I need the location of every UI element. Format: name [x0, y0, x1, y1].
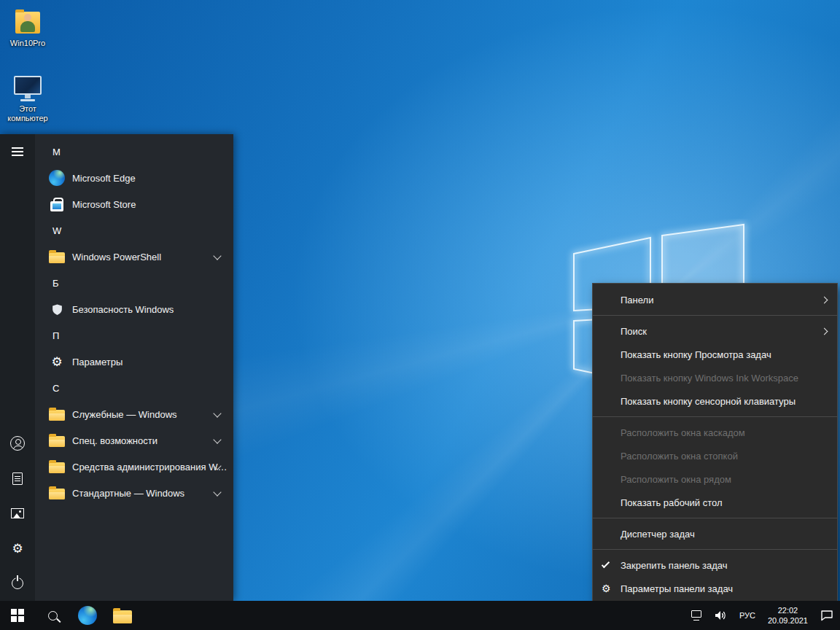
letter-label: М: [52, 147, 61, 158]
start-menu-rail: ⚙: [0, 134, 35, 601]
app-group-windows-powershell[interactable]: Windows PowerShell: [35, 244, 233, 270]
edge-icon: [48, 170, 66, 186]
chevron-right-icon: [821, 296, 828, 303]
user-account-button[interactable]: [0, 426, 35, 461]
app-group-windows-accessories[interactable]: Стандартные — Windows: [35, 480, 233, 506]
app-label: Спец. возможности: [72, 435, 158, 446]
menu-item-show-task-view[interactable]: Показать кнопку Просмотра задач: [593, 343, 837, 366]
menu-item-label: Закрепить панель задач: [621, 560, 728, 571]
app-item-windows-security[interactable]: Безопасность Windows: [35, 296, 233, 322]
taskbar-file-explorer-button[interactable]: [105, 601, 140, 630]
menu-item-show-desktop[interactable]: Показать рабочий стол: [593, 491, 837, 514]
expand-menu-button[interactable]: [0, 134, 35, 169]
taskbar-clock[interactable]: 22:02 20.09.2021: [762, 605, 814, 626]
computer-monitor-icon: [12, 76, 44, 102]
start-menu: ⚙ М Microsoft Edge Microsoft Store W Win…: [0, 134, 233, 601]
menu-item-search[interactable]: Поиск: [593, 319, 837, 343]
menu-item-show-ink-workspace: Показать кнопку Windows Ink Workspace: [593, 366, 837, 389]
start-menu-app-list: М Microsoft Edge Microsoft Store W Windo…: [35, 134, 233, 601]
date-label: 20.09.2021: [768, 615, 808, 626]
folder-icon: [48, 460, 66, 473]
user-icon: [10, 436, 25, 451]
folder-icon: [48, 434, 66, 447]
app-label: Средства администрирования W…: [72, 462, 227, 472]
folder-icon: [48, 486, 66, 499]
gear-icon: ⚙: [48, 356, 66, 368]
app-label: Стандартные — Windows: [72, 488, 184, 499]
file-explorer-icon: [113, 610, 132, 623]
desktop-icon-label: Этот компьютер: [1, 104, 55, 123]
menu-item-lock-taskbar[interactable]: Закрепить панель задач: [593, 553, 837, 577]
taskbar-edge-button[interactable]: [70, 601, 105, 630]
app-item-microsoft-edge[interactable]: Microsoft Edge: [35, 165, 233, 191]
language-label: РУС: [739, 611, 755, 620]
icon-gutter: [602, 564, 621, 566]
app-group-admin-tools[interactable]: Средства администрирования W…: [35, 454, 233, 480]
menu-item-task-manager[interactable]: Диспетчер задач: [593, 522, 837, 545]
menu-item-label: Показать кнопку Windows Ink Workspace: [621, 373, 798, 384]
section-letter-s[interactable]: С: [35, 375, 233, 401]
section-letter-p[interactable]: П: [35, 322, 233, 349]
store-icon: [48, 198, 66, 211]
gear-icon: ⚙: [602, 583, 611, 594]
menu-item-label: Расположить окна стопкой: [621, 451, 738, 462]
menu-separator: [593, 549, 837, 550]
power-button[interactable]: [0, 566, 35, 601]
taskbar-search-button[interactable]: [35, 601, 70, 630]
menu-item-stack-windows: Расположить окна стопкой: [593, 444, 837, 467]
search-icon: [48, 611, 58, 621]
menu-item-label: Показать рабочий стол: [621, 497, 722, 508]
menu-item-label: Расположить окна рядом: [621, 474, 731, 485]
chevron-down-icon[interactable]: [213, 409, 221, 417]
letter-label: С: [52, 383, 59, 394]
menu-item-toolbars[interactable]: Панели: [593, 288, 837, 311]
menu-item-label: Диспетчер задач: [621, 529, 695, 540]
letter-label: Б: [52, 278, 59, 289]
menu-item-label: Параметры панели задач: [621, 583, 733, 594]
speaker-icon: [715, 610, 726, 621]
menu-item-label: Расположить окна каскадом: [621, 427, 745, 438]
chevron-down-icon[interactable]: [213, 252, 221, 260]
document-icon: [12, 472, 23, 485]
icon-gutter: ⚙: [602, 583, 621, 594]
hamburger-icon: [12, 147, 23, 156]
settings-button[interactable]: ⚙: [0, 531, 35, 566]
section-letter-w[interactable]: W: [35, 217, 233, 244]
taskbar-context-menu: Панели Поиск Показать кнопку Просмотра з…: [592, 283, 838, 605]
app-group-windows-system[interactable]: Служебные — Windows: [35, 401, 233, 427]
chevron-down-icon[interactable]: [213, 488, 221, 496]
menu-item-taskbar-settings[interactable]: ⚙ Параметры панели задач: [593, 577, 837, 600]
user-folder-icon: [13, 7, 42, 36]
volume-tray-button[interactable]: [708, 601, 733, 630]
desktop-icon-win10pro[interactable]: Win10Pro: [1, 7, 55, 48]
letter-label: П: [52, 330, 59, 341]
gear-icon: ⚙: [12, 542, 23, 555]
menu-item-label: Показать кнопку сенсорной клавиатуры: [621, 396, 796, 407]
menu-separator: [593, 518, 837, 518]
time-label: 22:02: [778, 605, 798, 615]
action-center-icon: [820, 610, 833, 621]
pictures-button[interactable]: [0, 496, 35, 531]
windows-logo-icon: [11, 609, 24, 622]
documents-button[interactable]: [0, 461, 35, 496]
menu-item-show-touch-keyboard[interactable]: Показать кнопку сенсорной клавиатуры: [593, 389, 837, 413]
desktop-icon-this-pc[interactable]: Этот компьютер: [1, 76, 55, 123]
network-icon: [691, 610, 701, 618]
app-item-settings[interactable]: ⚙ Параметры: [35, 349, 233, 375]
action-center-button[interactable]: [814, 601, 840, 630]
menu-separator: [593, 416, 837, 417]
app-label: Служебные — Windows: [72, 409, 177, 420]
network-tray-button[interactable]: [685, 601, 708, 630]
taskbar: РУС 22:02 20.09.2021: [0, 601, 840, 630]
app-label: Microsoft Store: [72, 199, 136, 210]
menu-item-label: Показать кнопку Просмотра задач: [621, 349, 771, 360]
app-item-microsoft-store[interactable]: Microsoft Store: [35, 191, 233, 217]
chevron-down-icon[interactable]: [213, 435, 221, 443]
menu-item-label: Поиск: [621, 326, 647, 337]
app-group-accessibility[interactable]: Спец. возможности: [35, 427, 233, 454]
start-button[interactable]: [0, 601, 35, 630]
app-label: Параметры: [72, 357, 122, 368]
section-letter-m[interactable]: М: [35, 139, 233, 165]
section-letter-b[interactable]: Б: [35, 270, 233, 296]
language-indicator[interactable]: РУС: [733, 601, 762, 630]
